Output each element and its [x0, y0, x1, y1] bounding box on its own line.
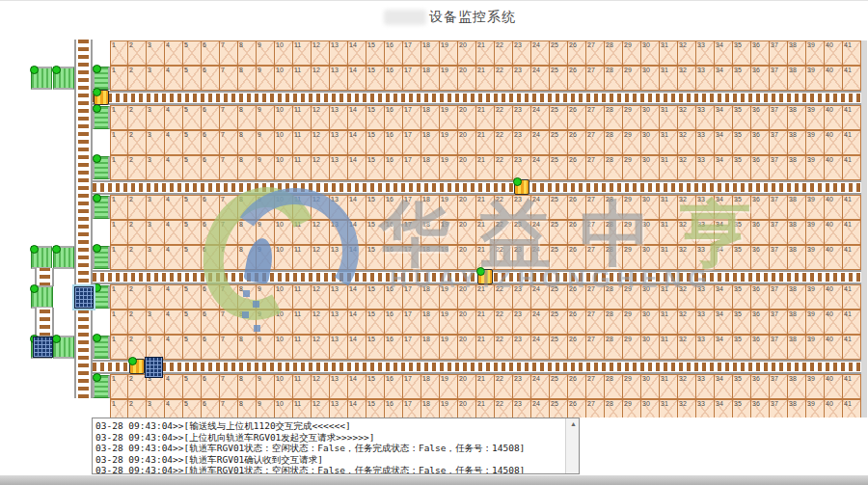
storage-cell: 19: [440, 335, 458, 360]
cell-number: 23: [514, 310, 522, 318]
storage-cell: 25: [550, 105, 568, 130]
rgv-cart-icon[interactable]: [129, 359, 145, 374]
cell-number: 10: [276, 131, 284, 139]
storage-cell: 32: [678, 399, 696, 418]
storage-cell: 37: [770, 284, 788, 310]
storage-cell: 23: [513, 66, 531, 91]
cell-number: 15: [367, 375, 375, 383]
cell-number: 7: [221, 156, 225, 164]
cell-number: 38: [789, 400, 797, 408]
storage-cell: 28: [605, 66, 623, 91]
storage-cell: 39: [806, 195, 825, 220]
storage-cell: 38: [788, 40, 806, 66]
cell-number: 13: [331, 41, 339, 49]
storage-cell: 41: [843, 155, 861, 180]
pallet-icon[interactable]: [74, 286, 94, 309]
storage-cell: 8: [238, 399, 257, 418]
storage-cell: 10: [275, 310, 293, 335]
storage-cell: 6: [202, 310, 220, 335]
cell-number: 33: [697, 106, 705, 114]
cell-number: 20: [459, 106, 467, 114]
storage-cell: 34: [715, 155, 733, 180]
log-scrollbar[interactable]: ▲: [565, 418, 579, 473]
cell-number: 15: [367, 246, 375, 254]
storage-cell: 14: [348, 374, 366, 399]
cell-number: 26: [569, 246, 577, 254]
storage-cell: 35: [733, 105, 751, 130]
storage-cell: 6: [202, 374, 220, 399]
cell-number: 24: [532, 400, 540, 408]
storage-cell: 9: [257, 40, 275, 66]
storage-cell: 12: [312, 66, 330, 91]
log-panel[interactable]: 03-28 09:43:04>>[输送线与上位机1120交互完成<<<<<<] …: [92, 418, 580, 474]
cell-number: 24: [532, 310, 540, 318]
storage-cell: 1: [110, 335, 128, 360]
scroll-up-icon[interactable]: ▲: [570, 420, 577, 427]
cell-number: 13: [331, 246, 339, 254]
storage-cell: 16: [385, 130, 403, 155]
cell-number: 23: [514, 285, 522, 293]
storage-cell: 21: [476, 399, 495, 418]
rgv-cart-icon[interactable]: [94, 90, 109, 105]
cell-number: 3: [148, 196, 151, 203]
cell-number: 11: [294, 196, 301, 203]
cell-number: 24: [532, 375, 540, 383]
conveyor-stub: [93, 246, 110, 269]
cell-number: 7: [221, 375, 225, 383]
cell-number: 3: [148, 246, 151, 254]
cell-number: 24: [532, 196, 540, 203]
storage-cell: 2: [128, 284, 147, 310]
cell-number: 34: [716, 106, 723, 114]
rgv-cart-icon[interactable]: [514, 179, 529, 195]
cell-number: 21: [477, 106, 485, 114]
cell-number: 14: [349, 41, 357, 49]
cell-number: 4: [166, 400, 170, 408]
conveyor-stub: [93, 106, 110, 129]
rack-row: 1234567891011121314151617181920212223242…: [110, 40, 861, 66]
cell-number: 33: [697, 400, 705, 408]
storage-cell: 13: [330, 284, 348, 310]
cell-number: 25: [551, 156, 558, 164]
storage-cell: 8: [238, 374, 257, 399]
cell-number: 10: [276, 246, 284, 254]
cell-number: 14: [349, 67, 357, 74]
storage-cell: 7: [220, 220, 238, 245]
cell-number: 21: [477, 400, 485, 408]
rgv-cart-icon[interactable]: [477, 269, 493, 284]
conveyor-segment: [31, 67, 52, 90]
storage-cell: 34: [715, 220, 733, 245]
storage-cell: 4: [165, 374, 183, 399]
cell-number: 14: [349, 196, 357, 203]
pallet-icon[interactable]: [145, 357, 163, 378]
storage-cell: 30: [641, 105, 660, 130]
cell-number: 41: [844, 221, 852, 229]
cell-number: 2: [129, 221, 133, 229]
cell-number: 1: [112, 221, 116, 229]
pallet-icon[interactable]: [33, 337, 53, 358]
storage-cell: 15: [366, 220, 385, 245]
storage-cell: 39: [806, 245, 825, 270]
storage-cell: 18: [421, 66, 440, 91]
storage-cell: 27: [586, 155, 605, 180]
cell-number: 6: [203, 67, 206, 74]
storage-cell: 10: [275, 335, 293, 360]
cell-number: 35: [734, 67, 742, 74]
storage-cell: 4: [165, 220, 183, 245]
status-dot-icon: [476, 267, 485, 276]
storage-cell: 31: [660, 310, 678, 335]
storage-cell: 20: [458, 195, 476, 220]
sensor-dot-icon: [52, 245, 61, 254]
cell-number: 9: [258, 106, 261, 114]
storage-cell: 24: [531, 220, 550, 245]
storage-cell: 17: [403, 40, 421, 66]
right-scroll-strip[interactable]: [861, 40, 867, 418]
cell-number: 11: [294, 375, 301, 383]
cell-number: 1: [112, 67, 116, 74]
cell-number: 19: [441, 246, 448, 254]
cell-number: 39: [807, 310, 815, 318]
cell-number: 31: [661, 67, 668, 74]
conveyor-stub: [93, 196, 110, 219]
storage-cell: 17: [403, 399, 421, 418]
cell-number: 17: [404, 246, 412, 254]
cell-number: 17: [404, 336, 412, 343]
